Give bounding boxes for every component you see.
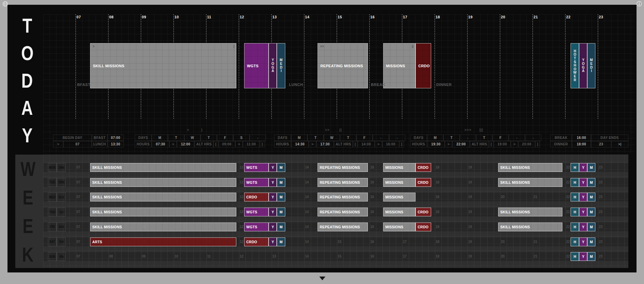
week-event-crdo[interactable]: CRDO <box>416 208 431 216</box>
week-event-h[interactable]: H <box>571 208 579 216</box>
info-cell-t[interactable]: T <box>476 135 492 141</box>
week-event-y[interactable]: Y <box>579 223 587 231</box>
week-event-m[interactable]: M <box>277 223 285 231</box>
info-cell-18-00[interactable]: 18:00 <box>572 141 591 147</box>
week-event-missions[interactable]: MISSIONS <box>383 208 416 216</box>
week-event-m[interactable]: M <box>587 178 595 187</box>
week-event-h[interactable]: H <box>571 163 579 172</box>
week-event-crdo[interactable]: CRDO <box>416 163 431 172</box>
week-event-m[interactable]: M <box>587 163 595 172</box>
week-event-wgts[interactable]: WGTS <box>244 163 269 172</box>
week-event-wgts[interactable]: WGTS <box>244 208 269 216</box>
week-event-y[interactable]: Y <box>269 193 277 201</box>
week-event-y[interactable]: Y <box>579 163 587 172</box>
info-cell-14-30[interactable]: 14:30 <box>291 141 309 147</box>
day-date[interactable]: 3rd <box>57 237 66 246</box>
week-event-y[interactable]: Y <box>579 252 587 261</box>
week-event-y[interactable]: Y <box>579 178 587 187</box>
event-missions[interactable]: MISSIONS|| <box>383 43 416 88</box>
day-name[interactable]: TUE <box>48 178 57 187</box>
week-event-y[interactable]: Y <box>269 163 277 172</box>
week-event-crdo[interactable]: CRDO <box>244 193 269 201</box>
week-event-skill-missions[interactable]: SKILL MISSIONS <box>90 223 236 231</box>
day-date[interactable]: 2nd <box>57 223 66 231</box>
week-event-y[interactable]: Y <box>579 237 587 246</box>
day-date[interactable]: 4th <box>57 252 66 261</box>
week-event-skill-missions[interactable]: SKILL MISSIONS <box>498 208 562 216</box>
day-date[interactable]: 31st <box>57 193 66 201</box>
day-name[interactable]: SAT <box>48 237 57 246</box>
week-event-wgts[interactable]: WGTS <box>244 178 269 187</box>
week-event-m[interactable]: M <box>277 178 285 187</box>
week-event-skill-missions[interactable]: SKILL MISSIONS <box>90 163 236 172</box>
week-event-y[interactable]: Y <box>269 178 277 187</box>
day-name[interactable]: THU <box>48 208 57 216</box>
info-cell-13-30[interactable]: 13:30 <box>107 141 124 147</box>
week-event-repeating-missions[interactable]: REPEATING MISSIONS <box>318 178 368 187</box>
day-name[interactable]: MON <box>48 163 57 172</box>
week-event-skill-missions[interactable]: SKILL MISSIONS <box>498 163 562 172</box>
week-event-arts[interactable]: ARTS <box>90 237 236 246</box>
week-event-repeating-missions[interactable]: REPEATING MISSIONS <box>318 193 368 201</box>
info-cell-16-00[interactable]: 16:00 <box>572 135 591 141</box>
info-cell-m[interactable]: M <box>291 135 307 141</box>
week-event-repeating-missions[interactable]: REPEATING MISSIONS <box>318 223 368 231</box>
week-event-wgts[interactable]: WGTS <box>244 223 269 231</box>
day-date[interactable]: 1st <box>57 208 66 216</box>
info-cell-f[interactable]: F <box>356 135 373 141</box>
week-event-y[interactable]: Y <box>579 208 587 216</box>
week-event-skill-missions[interactable]: SKILL MISSIONS <box>90 208 236 216</box>
info-cell-07-00[interactable]: 07:00 <box>107 135 124 141</box>
week-event-m[interactable]: M <box>587 252 595 261</box>
info-cell-m[interactable]: M <box>152 135 168 141</box>
info-cell-m[interactable]: M <box>427 135 443 141</box>
week-event-m[interactable]: M <box>587 193 595 201</box>
info-cell-17-30[interactable]: 17:30 <box>316 141 334 147</box>
week-event-crdo[interactable]: CRDO <box>244 237 269 246</box>
event-wgts[interactable]: WGTS <box>244 43 269 88</box>
week-event-missions[interactable]: MISSIONS <box>383 223 416 231</box>
event-medi[interactable]: MEDI <box>587 43 595 88</box>
info-icon[interactable] <box>636 1 642 7</box>
info-cell-12-00[interactable]: 12:00 <box>177 141 194 147</box>
event-yoga[interactable]: YOGA <box>269 43 277 88</box>
globe-icon[interactable] <box>2 1 9 7</box>
week-event-y[interactable]: Y <box>579 193 587 201</box>
week-event-missions[interactable]: MISSIONS <box>383 193 416 201</box>
week-event-y[interactable]: Y <box>269 208 277 216</box>
week-event-m[interactable]: M <box>587 208 595 216</box>
event-yoga[interactable]: YOGA <box>579 43 587 88</box>
info-cell-f[interactable]: F <box>492 135 509 141</box>
week-event-missions[interactable]: MISSIONS <box>383 163 416 172</box>
day-date[interactable]: 30th <box>57 178 66 187</box>
week-event-crdo[interactable]: CRDO <box>416 223 431 231</box>
week-event-y[interactable]: Y <box>269 223 277 231</box>
info-cell-t[interactable]: T <box>340 135 356 141</box>
info-cell-f[interactable]: F <box>217 135 233 141</box>
week-event-h[interactable]: H <box>571 252 579 261</box>
week-event-skill-missions[interactable]: SKILL MISSIONS <box>90 178 236 187</box>
event-skill-missions[interactable]: SKILL MISSIONS>| <box>90 43 236 88</box>
day-date[interactable]: 29th <box>57 163 66 172</box>
week-event-m[interactable]: M <box>277 193 285 201</box>
info-cell-19-30[interactable]: 19:30 <box>427 141 445 147</box>
week-event-m[interactable]: M <box>587 223 595 231</box>
info-cell-t[interactable]: T <box>168 135 184 141</box>
week-event-repeating-missions[interactable]: REPEATING MISSIONS <box>318 208 368 216</box>
info-cell-23[interactable]: 23 <box>591 141 611 147</box>
info-cell-t[interactable]: T <box>201 135 217 141</box>
day-name[interactable]: WED <box>48 193 57 201</box>
week-event-h[interactable]: H <box>571 193 579 201</box>
info-cell-22-00[interactable]: 22:00 <box>452 141 470 147</box>
week-event-m[interactable]: M <box>277 163 285 172</box>
week-event-skill-missions[interactable]: SKILL MISSIONS <box>498 178 562 187</box>
week-event-h[interactable]: H <box>571 237 579 246</box>
info-cell-s[interactable]: S <box>233 135 250 141</box>
week-event-repeating-missions[interactable]: REPEATING MISSIONS <box>318 163 368 172</box>
week-event-skill-missions[interactable]: SKILL MISSIONS <box>90 193 236 201</box>
info-cell--[interactable]: >| <box>611 141 628 147</box>
info-cell-07[interactable]: 07 <box>63 141 92 147</box>
week-event-crdo[interactable]: CRDO <box>416 178 431 187</box>
week-event-h[interactable]: H <box>571 178 579 187</box>
week-event-m[interactable]: M <box>277 237 285 246</box>
